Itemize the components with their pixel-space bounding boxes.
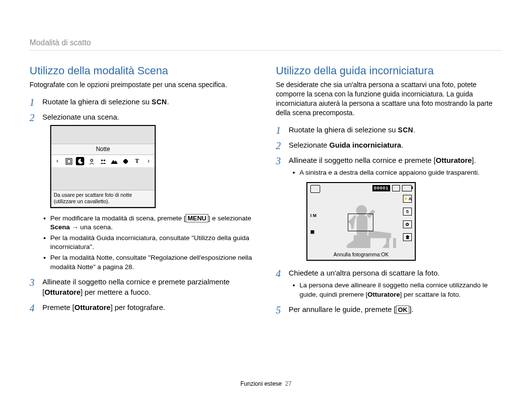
svg-rect-9: [393, 238, 396, 248]
right-column: Utilizzo della guida incorniciatura Se d…: [276, 64, 502, 319]
ok-button-label: OK: [396, 306, 410, 314]
delete-icon: 🗑: [403, 233, 412, 241]
step-1: Ruotate la ghiera di selezione su SCN.: [30, 96, 256, 107]
t: Selezionate: [289, 141, 330, 149]
text-icon: T: [133, 157, 141, 165]
scn-icon: SCN: [152, 98, 167, 106]
step3-sub-text: A sinistra e a destra della cornice appa…: [292, 168, 502, 177]
scene-notes: Per modificare la modalità di scena, pre…: [42, 214, 256, 272]
scena-bold: Scena: [50, 223, 70, 231]
t: Per annullare le guide, premete [: [289, 305, 396, 313]
svg-rect-0: [66, 158, 72, 164]
t: → una scena.: [70, 223, 113, 231]
landscape-icon: [110, 157, 119, 165]
t: ].: [472, 156, 476, 164]
flash-auto-icon: ⚡A: [403, 195, 412, 203]
note-menu: Per modificare la modalità di scena, pre…: [42, 214, 256, 232]
svg-rect-1: [67, 159, 70, 163]
lcd-desc-line2: (utilizzare un cavalletto).: [54, 198, 109, 204]
t: Allineate il soggetto nella cornice e pr…: [289, 156, 436, 164]
lcd-desc-line1: Da usare per scattare foto di notte: [54, 192, 132, 198]
breadcrumb: Modalità di scatto: [30, 38, 502, 51]
shot-counter: 00001: [372, 185, 390, 191]
t: .: [413, 125, 415, 134]
step-5: Per annullare le guide, premete [OK].: [276, 304, 502, 314]
quality-icon: ▦: [310, 229, 319, 235]
svg-point-3: [101, 159, 103, 161]
section-title-frameguide: Utilizzo della guida incorniciatura: [276, 64, 502, 77]
shutter-label: Otturatore: [436, 156, 472, 164]
lcd-scene-preview: Notte ‹: [50, 125, 156, 208]
battery-icon: [402, 185, 412, 191]
step-3: Allineate il soggetto nella cornice e pr…: [276, 155, 502, 261]
shutter-label: Otturatore: [44, 288, 80, 296]
note-night: Per la modalità Notte, consultate "Regol…: [42, 253, 256, 271]
step-4: Chiedete a un'altra persona di scattare …: [276, 268, 502, 299]
arrow-left-icon: ‹: [53, 157, 62, 165]
auto-s-icon: S: [403, 208, 412, 216]
step-1-text: Ruotate la ghiera di selezione su: [42, 97, 152, 106]
left-column: Utilizzo della modalità Scena Fotografat…: [30, 64, 256, 319]
lcd-topbar: 00001: [310, 185, 412, 191]
lcd-icon-row: ‹: [51, 155, 155, 167]
lcd-caption: Annulla fotogramma:OK: [307, 251, 415, 258]
step-1-dot: .: [167, 97, 169, 106]
t: ] per scattare la foto.: [400, 291, 461, 298]
lcd-mid-area: [51, 167, 155, 190]
sd-card-icon: [392, 185, 400, 191]
intro-frameguide: Se desiderate che sia un'altra persona a…: [276, 80, 502, 118]
arrow-right-icon: ›: [144, 157, 153, 165]
footer-section: Funzioni estese: [240, 380, 282, 387]
scn-icon: SCN: [398, 126, 413, 134]
lcd-top-area: [51, 126, 155, 144]
size-icon: I M: [310, 213, 319, 219]
lcd-right-icons: ⚡A S ✿ 🗑: [403, 195, 412, 241]
section-title-scene: Utilizzo della modalità Scena: [30, 64, 256, 77]
t: Per modificare la modalità di scena, pre…: [50, 215, 186, 222]
shutter-label: Otturatore: [367, 291, 400, 298]
note-frameguide: Per la modalità Guida incorniciatura, co…: [42, 234, 256, 251]
t: Chiedete a un'altra persona di scattare …: [289, 269, 439, 277]
t: ] per mettere a fuoco.: [81, 288, 151, 296]
page-footer: Funzioni estese 27: [0, 380, 532, 387]
page-number: 27: [285, 380, 292, 387]
step3-sub: A sinistra e a destra della cornice appa…: [292, 168, 502, 177]
children-icon: [99, 157, 107, 165]
t: .: [401, 141, 403, 149]
lcd-description: Da usare per scattare foto di notte (uti…: [51, 190, 155, 207]
step4-sub-text: La persona deve allineare il soggetto ne…: [292, 281, 502, 299]
frame-guide-icon: [65, 157, 73, 165]
svg-point-2: [91, 159, 93, 161]
t: ] per fotografare.: [110, 303, 165, 311]
portrait-icon: [87, 157, 96, 165]
step-3: Allineate il soggetto nella cornice e pr…: [30, 277, 256, 297]
t: Ruotate la ghiera di selezione su: [289, 125, 398, 134]
manual-page: Modalità di scatto Utilizzo della modali…: [0, 0, 532, 401]
step-2: Selezionate una scena. Notte ‹: [30, 112, 256, 271]
intro-scene: Fotografate con le opzioni preimpostate …: [30, 80, 256, 90]
step-2-text: Selezionate una scena.: [42, 113, 119, 121]
shutter-label: Otturatore: [74, 303, 110, 311]
menu-button-label: MENU: [186, 214, 208, 222]
two-column-layout: Utilizzo della modalità Scena Fotografat…: [30, 64, 502, 319]
guide-bold: Guida incorniciatura: [330, 141, 401, 149]
step-2: Selezionate Guida incorniciatura.: [276, 140, 502, 150]
closeup-icon: [122, 157, 130, 165]
night-icon: [76, 157, 84, 165]
step-1: Ruotate la ghiera di selezione su SCN.: [276, 124, 502, 135]
t: ] e selezionate: [208, 215, 251, 222]
steps-frameguide: Ruotate la ghiera di selezione su SCN. S…: [276, 124, 502, 314]
step4-sub: La persona deve allineare il soggetto ne…: [292, 281, 502, 299]
macro-icon: ✿: [403, 220, 412, 228]
focus-frame: [348, 214, 373, 231]
step-4: Premete [Otturatore] per fotografare.: [30, 302, 256, 312]
lcd-left-icons: I M ▦: [310, 213, 319, 235]
svg-point-4: [103, 159, 105, 161]
t: ].: [409, 305, 413, 313]
lcd-frameguide-preview: 00001 ⚡A S ✿ 🗑 I M ▦: [306, 182, 416, 261]
steps-scene: Ruotate la ghiera di selezione su SCN. S…: [30, 96, 256, 312]
t: Premete [: [42, 303, 74, 311]
lcd-mode-title: Notte: [51, 144, 155, 155]
